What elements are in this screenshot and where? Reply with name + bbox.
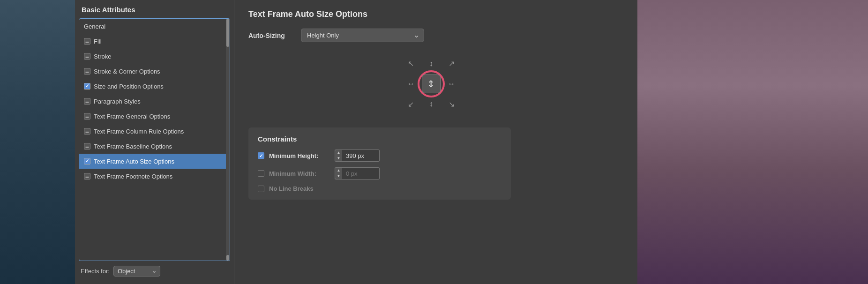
effects-for-select-wrapper: Object Fill Stroke Text — [113, 266, 160, 277]
sidebar-item-label: Size and Position Options — [94, 83, 164, 90]
sidebar-item-label: General — [84, 23, 105, 30]
minus-icon — [84, 38, 90, 45]
sidebar-item-label: Text Frame Auto Size Options — [94, 158, 174, 165]
constraint-row-min-height: Minimum Height: — [258, 149, 501, 162]
auto-sizing-label: Auto-Sizing — [248, 32, 295, 39]
min-height-down-btn[interactable] — [335, 156, 342, 161]
sidebar-item-stroke-corner[interactable]: Stroke & Corner Options — [79, 64, 230, 79]
auto-sizing-select[interactable]: Height Only Width Only Height and Width … — [301, 29, 424, 42]
auto-sizing-row: Auto-Sizing Height Only Width Only Heigh… — [248, 29, 623, 42]
check-icon — [84, 158, 90, 164]
min-width-label: Minimum Width: — [269, 170, 330, 177]
min-width-down-btn[interactable] — [335, 173, 342, 179]
minus-icon — [84, 68, 90, 75]
anchor-cell-center[interactable]: ⇕ — [421, 74, 441, 94]
sidebar-footer: Effects for: Object Fill Stroke Text — [75, 261, 234, 280]
min-height-label: Minimum Height: — [269, 152, 330, 159]
sidebar-item-label: Text Frame General Options — [94, 113, 170, 120]
sidebar-item-paragraph-styles[interactable]: Paragraph Styles — [79, 94, 230, 109]
sidebar-title: Basic Attributes — [75, 6, 234, 18]
anchor-arrow-bl: ↙ — [408, 100, 414, 109]
anchor-arrow-tl: ↖ — [408, 59, 414, 68]
sidebar-item-label: Text Frame Baseline Options — [94, 143, 172, 150]
minus-icon — [84, 53, 90, 60]
min-height-input[interactable] — [342, 149, 380, 162]
scrollbar-track — [226, 19, 230, 261]
anchor-arrow-bc: ↕ — [429, 100, 433, 108]
no-line-breaks-label: No Line Breaks — [269, 185, 330, 192]
anchor-arrow-tc: ↕ — [429, 60, 433, 68]
scrollbar-thumb-bottom[interactable] — [226, 255, 229, 261]
anchor-cell-bl[interactable]: ↙ — [401, 94, 421, 114]
minus-icon — [84, 98, 90, 105]
section-title: Text Frame Auto Size Options — [248, 9, 623, 19]
background-left — [0, 0, 80, 284]
anchor-grid: ↖ ↕ ↗ ↔ ⇕ ↔ — [401, 53, 462, 114]
sidebar-item-tf-footnote[interactable]: Text Frame Footnote Options — [79, 169, 230, 184]
min-height-checkbox[interactable] — [258, 152, 264, 159]
anchor-arrow-ml: ↔ — [407, 80, 415, 88]
main-content: Text Frame Auto Size Options Auto-Sizing… — [234, 0, 637, 284]
sidebar-item-tf-baseline[interactable]: Text Frame Baseline Options — [79, 139, 230, 154]
min-width-stepper — [335, 167, 380, 179]
sidebar-item-fill[interactable]: Fill — [79, 34, 230, 49]
auto-sizing-dropdown-wrapper: Height Only Width Only Height and Width … — [301, 29, 424, 42]
sidebar-item-label: Stroke & Corner Options — [94, 68, 160, 75]
constraint-row-no-line-breaks: No Line Breaks — [258, 185, 501, 192]
min-width-stepper-btns — [335, 167, 342, 179]
sidebar-item-label: Paragraph Styles — [94, 98, 141, 105]
sidebar-item-size-position[interactable]: Size and Position Options — [79, 79, 230, 94]
sidebar-item-stroke[interactable]: Stroke — [79, 49, 230, 64]
center-anchor-button[interactable]: ⇕ — [422, 75, 441, 93]
main-panel: Basic Attributes General Fill Stroke Str… — [75, 0, 637, 284]
anchor-arrow-br: ↘ — [449, 100, 455, 109]
sidebar-item-general[interactable]: General — [79, 19, 230, 34]
minus-icon — [84, 173, 90, 179]
no-line-breaks-checkbox[interactable] — [258, 186, 264, 192]
minus-icon — [84, 128, 90, 135]
minus-icon — [84, 143, 90, 149]
sidebar: Basic Attributes General Fill Stroke Str… — [75, 0, 234, 284]
anchor-arrow-mr: ↔ — [448, 80, 455, 88]
min-height-up-btn[interactable] — [335, 150, 342, 156]
effects-for-select[interactable]: Object Fill Stroke Text — [113, 266, 160, 277]
minus-icon — [84, 113, 90, 120]
anchor-cell-tl[interactable]: ↖ — [401, 53, 421, 74]
min-height-stepper — [335, 149, 380, 162]
scrollbar-thumb-top[interactable] — [226, 19, 229, 47]
sidebar-item-label: Stroke — [94, 53, 112, 60]
sidebar-item-tf-auto-size[interactable]: Text Frame Auto Size Options — [79, 154, 230, 169]
sidebar-item-label: Text Frame Footnote Options — [94, 173, 172, 180]
min-height-stepper-btns — [335, 149, 342, 162]
min-width-checkbox[interactable] — [258, 170, 264, 177]
anchor-arrow-tr: ↗ — [449, 59, 455, 68]
anchor-cell-br[interactable]: ↘ — [441, 94, 462, 114]
min-width-input[interactable] — [342, 167, 380, 179]
sidebar-list: General Fill Stroke Stroke & Corner Opti… — [79, 18, 230, 261]
sidebar-item-label: Text Frame Column Rule Options — [94, 128, 184, 135]
check-icon — [84, 83, 90, 90]
effects-for-label: Effects for: — [81, 268, 110, 275]
constraints-title: Constraints — [258, 135, 501, 143]
min-width-up-btn[interactable] — [335, 168, 342, 173]
constraint-row-min-width: Minimum Width: — [258, 167, 501, 179]
vertical-arrows-icon: ⇕ — [427, 79, 435, 89]
sidebar-item-tf-general[interactable]: Text Frame General Options — [79, 109, 230, 124]
sidebar-item-tf-column-rule[interactable]: Text Frame Column Rule Options — [79, 124, 230, 139]
anchor-grid-container: ↖ ↕ ↗ ↔ ⇕ ↔ — [239, 53, 623, 114]
constraints-box: Constraints Minimum Height: Minimum Widt… — [248, 127, 511, 200]
anchor-cell-tr[interactable]: ↗ — [441, 53, 462, 74]
sidebar-item-label: Fill — [94, 38, 102, 45]
